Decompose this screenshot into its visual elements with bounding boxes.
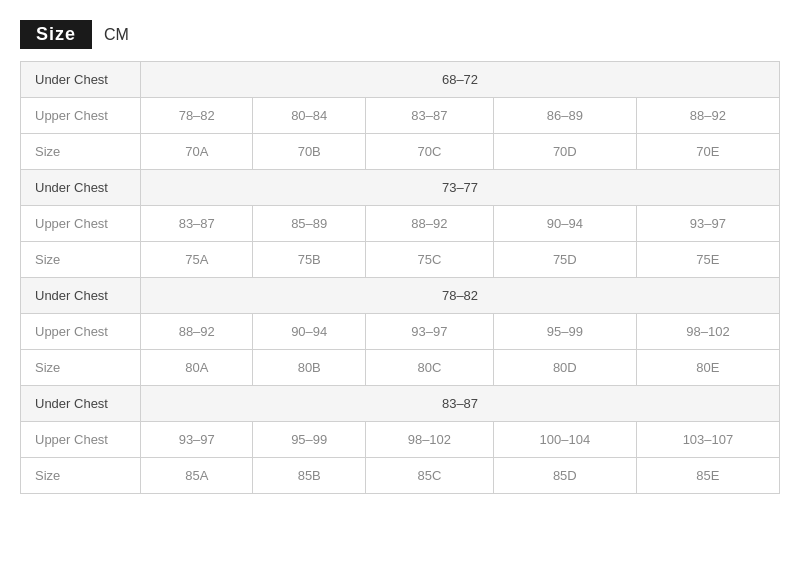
upper-chest-value: 93–97	[365, 314, 493, 350]
upper-chest-value: 88–92	[365, 206, 493, 242]
size-row: Size80A80B80C80D80E	[21, 350, 780, 386]
size-value: 80C	[365, 350, 493, 386]
upper-chest-value: 85–89	[253, 206, 365, 242]
upper-chest-row: Upper Chest83–8785–8988–9290–9493–97	[21, 206, 780, 242]
size-row: Size75A75B75C75D75E	[21, 242, 780, 278]
under-chest-value: 83–87	[141, 386, 780, 422]
upper-chest-value: 86–89	[493, 98, 636, 134]
size-value: 70E	[636, 134, 779, 170]
size-row: Size70A70B70C70D70E	[21, 134, 780, 170]
under-chest-label: Under Chest	[21, 278, 141, 314]
unit-label: CM	[104, 26, 129, 44]
under-chest-row: Under Chest78–82	[21, 278, 780, 314]
upper-chest-value: 103–107	[636, 422, 779, 458]
upper-chest-value: 78–82	[141, 98, 253, 134]
size-value: 70D	[493, 134, 636, 170]
size-chart-container: Size CM Under Chest68–72Upper Chest78–82…	[20, 20, 780, 494]
upper-chest-value: 95–99	[493, 314, 636, 350]
size-row: Size85A85B85C85D85E	[21, 458, 780, 494]
under-chest-row: Under Chest68–72	[21, 62, 780, 98]
size-label: Size	[21, 242, 141, 278]
size-value: 85E	[636, 458, 779, 494]
upper-chest-value: 95–99	[253, 422, 365, 458]
size-value: 75C	[365, 242, 493, 278]
upper-chest-row: Upper Chest93–9795–9998–102100–104103–10…	[21, 422, 780, 458]
under-chest-label: Under Chest	[21, 62, 141, 98]
upper-chest-value: 93–97	[141, 422, 253, 458]
size-label: Size	[21, 350, 141, 386]
under-chest-row: Under Chest73–77	[21, 170, 780, 206]
upper-chest-value: 100–104	[493, 422, 636, 458]
size-value: 70A	[141, 134, 253, 170]
size-table: Under Chest68–72Upper Chest78–8280–8483–…	[20, 61, 780, 494]
upper-chest-label: Upper Chest	[21, 314, 141, 350]
upper-chest-value: 90–94	[493, 206, 636, 242]
upper-chest-label: Upper Chest	[21, 98, 141, 134]
upper-chest-value: 90–94	[253, 314, 365, 350]
upper-chest-value: 98–102	[365, 422, 493, 458]
size-value: 80B	[253, 350, 365, 386]
size-badge: Size	[20, 20, 92, 49]
under-chest-value: 78–82	[141, 278, 780, 314]
chart-header: Size CM	[20, 20, 780, 49]
upper-chest-value: 80–84	[253, 98, 365, 134]
size-value: 85B	[253, 458, 365, 494]
under-chest-label: Under Chest	[21, 386, 141, 422]
upper-chest-value: 98–102	[636, 314, 779, 350]
upper-chest-row: Upper Chest88–9290–9493–9795–9998–102	[21, 314, 780, 350]
under-chest-row: Under Chest83–87	[21, 386, 780, 422]
under-chest-label: Under Chest	[21, 170, 141, 206]
upper-chest-label: Upper Chest	[21, 422, 141, 458]
under-chest-value: 73–77	[141, 170, 780, 206]
size-value: 70B	[253, 134, 365, 170]
size-value: 75E	[636, 242, 779, 278]
upper-chest-row: Upper Chest78–8280–8483–8786–8988–92	[21, 98, 780, 134]
size-value: 80D	[493, 350, 636, 386]
size-value: 75D	[493, 242, 636, 278]
upper-chest-value: 88–92	[636, 98, 779, 134]
upper-chest-value: 83–87	[365, 98, 493, 134]
size-value: 80A	[141, 350, 253, 386]
size-value: 70C	[365, 134, 493, 170]
upper-chest-value: 83–87	[141, 206, 253, 242]
under-chest-value: 68–72	[141, 62, 780, 98]
size-value: 85A	[141, 458, 253, 494]
size-value: 80E	[636, 350, 779, 386]
size-label: Size	[21, 134, 141, 170]
upper-chest-value: 93–97	[636, 206, 779, 242]
size-value: 75A	[141, 242, 253, 278]
size-value: 85D	[493, 458, 636, 494]
upper-chest-value: 88–92	[141, 314, 253, 350]
size-value: 85C	[365, 458, 493, 494]
size-label: Size	[21, 458, 141, 494]
upper-chest-label: Upper Chest	[21, 206, 141, 242]
size-value: 75B	[253, 242, 365, 278]
